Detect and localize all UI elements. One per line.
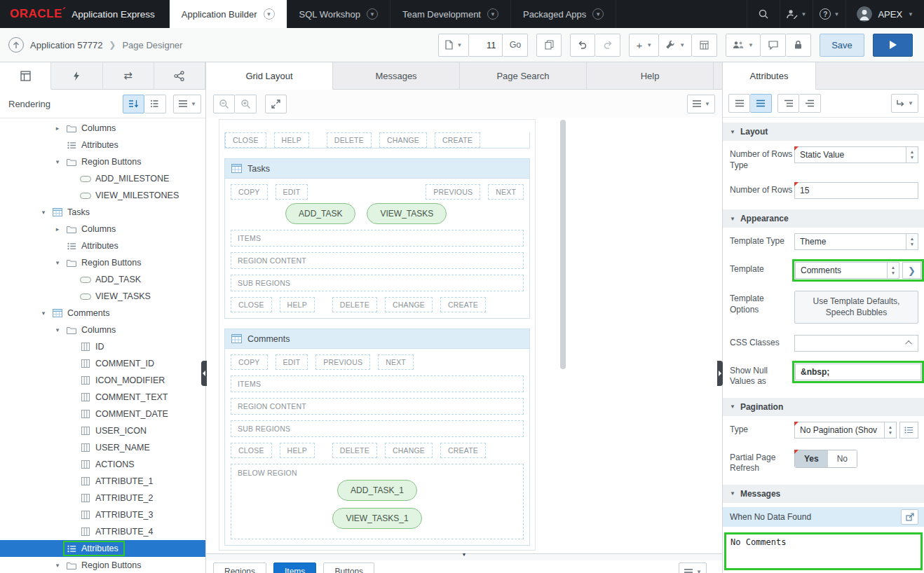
tab-sql-workshop[interactable]: SQL Workshop ▼ xyxy=(287,0,390,28)
grid-button-copy[interactable]: COPY xyxy=(231,184,268,200)
spinner-icon[interactable]: ▲▼ xyxy=(884,422,896,438)
show-all-button[interactable] xyxy=(750,94,772,113)
grid-button-edit[interactable]: EDIT xyxy=(276,354,308,370)
section-messages[interactable]: ▼Messages xyxy=(723,485,924,503)
utilities-menu-button[interactable]: ▼ xyxy=(659,34,692,57)
sort-by-processing-order-button[interactable] xyxy=(123,95,144,113)
css-classes-combo[interactable] xyxy=(794,335,918,352)
zoom-out-button[interactable] xyxy=(213,95,235,113)
grid-placeholder-region-content[interactable]: REGION CONTENT xyxy=(231,398,524,415)
go-to-template-button[interactable]: ❯ xyxy=(902,262,921,279)
grid-button-change[interactable]: CHANGE xyxy=(385,443,433,458)
go-up-icon[interactable] xyxy=(8,37,24,53)
tree-node-id[interactable]: ID xyxy=(0,338,205,355)
tree-toggle-down-icon[interactable]: ▾ xyxy=(52,562,63,569)
pagination-type-select[interactable]: No Pagination (Shov ▲▼ xyxy=(794,422,897,439)
tree-node-add-task[interactable]: ADD_TASK xyxy=(0,271,205,288)
tree-node-user-name[interactable]: USER_NAME xyxy=(0,439,205,456)
collapse-right-panel-handle[interactable] xyxy=(717,361,723,386)
grid-button-create[interactable]: CREATE xyxy=(440,297,486,312)
show-null-values-input[interactable] xyxy=(795,364,921,380)
shared-components-button[interactable] xyxy=(692,34,717,57)
ppr-yes-option[interactable]: Yes xyxy=(795,450,828,467)
canvas-scrollbar[interactable] xyxy=(560,120,566,369)
when-no-data-found-textarea[interactable]: No Comments xyxy=(726,534,920,568)
tab-page-search[interactable]: Page Search xyxy=(460,62,587,89)
tree-node-attributes[interactable]: Attributes xyxy=(0,237,205,254)
tree-node-attribute-4[interactable]: ATTRIBUTE_4 xyxy=(0,523,205,540)
redo-button[interactable] xyxy=(595,34,620,57)
grid-button-help[interactable]: HELP xyxy=(280,297,315,312)
search-button[interactable] xyxy=(747,0,780,28)
tab-help[interactable]: Help xyxy=(587,62,714,89)
run-button[interactable] xyxy=(873,34,913,57)
tab-team-development[interactable]: Team Development ▼ xyxy=(390,0,510,28)
button-view-tasks[interactable]: VIEW_TASKS xyxy=(367,203,447,224)
grid-button-change[interactable]: CHANGE xyxy=(379,132,427,148)
tree-node-icon-modifier[interactable]: ICON_MODIFIER xyxy=(0,372,205,389)
chevron-down-icon[interactable]: ▼ xyxy=(264,8,275,20)
tab-grid-layout[interactable]: Grid Layout xyxy=(206,62,333,90)
grid-button-create[interactable]: CREATE xyxy=(435,132,480,148)
gallery-tab-buttons[interactable]: Buttons xyxy=(323,562,374,573)
tree-node-view-milestones[interactable]: VIEW_MILESTONES xyxy=(0,187,205,204)
pagination-list-button[interactable] xyxy=(899,422,918,439)
tree-toggle-down-icon[interactable]: ▾ xyxy=(38,209,49,216)
grid-button-delete[interactable]: DELETE xyxy=(332,297,377,312)
grid-button-help[interactable]: HELP xyxy=(280,443,315,458)
tree-node-view-tasks[interactable]: VIEW_TASKS xyxy=(0,288,205,305)
tree-node-region-buttons[interactable]: ▾Region Buttons xyxy=(0,557,205,573)
tree-node-user-icon[interactable]: USER_ICON xyxy=(0,422,205,439)
copy-page-button[interactable] xyxy=(536,34,562,57)
page-finder-button[interactable]: ▼ xyxy=(438,34,470,57)
tree-node-attributes[interactable]: Attributes xyxy=(0,540,205,557)
tree-node-actions[interactable]: ACTIONS xyxy=(0,456,205,473)
zoom-in-button[interactable] xyxy=(235,95,257,113)
admin-menu-button[interactable]: ▼ xyxy=(780,0,813,28)
tab-messages[interactable]: Messages xyxy=(333,62,460,89)
chevron-down-icon[interactable]: ▼ xyxy=(367,8,378,20)
section-appearance[interactable]: ▼Appearance xyxy=(723,209,924,228)
gallery-menu-button[interactable]: ▼ xyxy=(679,562,707,573)
go-button[interactable]: Go xyxy=(503,34,528,57)
save-button[interactable]: Save xyxy=(820,34,864,57)
user-menu[interactable]: APEX ▼ xyxy=(845,0,924,28)
open-in-dialog-button[interactable] xyxy=(901,509,918,525)
tab-packaged-apps[interactable]: Packaged Apps ▼ xyxy=(510,0,616,28)
below-region[interactable]: BELOW REGIONADD_TASK_1VIEW_TASKS_1 xyxy=(231,464,524,539)
show-common-button[interactable] xyxy=(728,94,750,113)
section-pagination[interactable]: ▼Pagination xyxy=(723,398,924,416)
grid-button-edit[interactable]: EDIT xyxy=(276,184,308,200)
gallery-tab-regions[interactable]: Regions xyxy=(213,562,266,573)
region-header-tasks[interactable]: Tasks xyxy=(225,159,529,179)
spinner-icon[interactable]: ▲▼ xyxy=(906,234,918,249)
region-header-comments[interactable]: Comments xyxy=(225,329,529,349)
grid-button-close[interactable]: CLOSE xyxy=(225,132,266,148)
tab-application-builder[interactable]: Application Builder ▼ xyxy=(169,0,287,28)
when-no-data-found-row[interactable]: When No Data Found xyxy=(723,507,924,527)
breadcrumb-application[interactable]: Application 57772 xyxy=(30,40,102,50)
tree-node-region-buttons[interactable]: ▾Region Buttons xyxy=(0,153,205,170)
tree-node-comments[interactable]: ▾Comments xyxy=(0,305,205,322)
grid-placeholder-items[interactable]: ITEMS xyxy=(231,230,524,247)
tree-node-attribute-2[interactable]: ATTRIBUTE_2 xyxy=(0,490,205,506)
help-menu-button[interactable]: ? ▼ xyxy=(813,0,845,28)
button-add-task[interactable]: ADD_TASK xyxy=(285,203,355,224)
grid-button-help[interactable]: HELP xyxy=(274,132,309,148)
grid-button-copy[interactable]: COPY xyxy=(231,354,268,370)
expand-button[interactable] xyxy=(265,95,287,113)
tree-node-attribute-3[interactable]: ATTRIBUTE_3 xyxy=(0,506,205,523)
number-of-rows-input[interactable] xyxy=(794,182,918,199)
tree-node-columns[interactable]: ▸Columns xyxy=(0,221,205,237)
page-number-input[interactable] xyxy=(469,34,503,57)
create-menu-button[interactable]: + ▼ xyxy=(629,34,659,57)
grid-menu-button[interactable]: ▼ xyxy=(687,95,715,113)
chevron-down-icon[interactable]: ▼ xyxy=(592,8,604,20)
tree-toggle-down-icon[interactable]: ▾ xyxy=(52,158,63,165)
tree-toggle-down-icon[interactable]: ▾ xyxy=(52,326,63,333)
grid-button-delete[interactable]: DELETE xyxy=(332,443,377,458)
tree-node-comment-text[interactable]: COMMENT_TEXT xyxy=(0,389,205,406)
tree-node-attribute-1[interactable]: ATTRIBUTE_1 xyxy=(0,473,205,490)
grid-button-delete[interactable]: DELETE xyxy=(327,132,372,148)
grid-button-change[interactable]: CHANGE xyxy=(385,297,433,312)
